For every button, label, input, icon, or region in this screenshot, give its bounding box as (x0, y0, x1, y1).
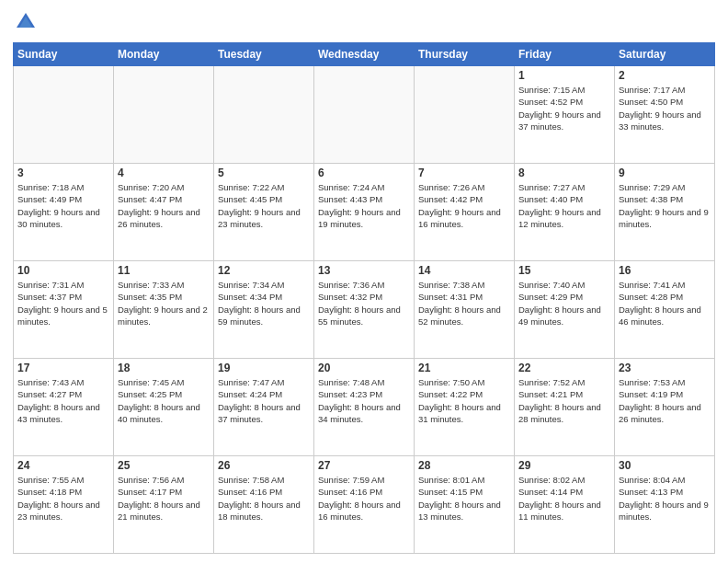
calendar-cell: 30Sunrise: 8:04 AM Sunset: 4:13 PM Dayli… (615, 456, 715, 554)
day-number: 29 (518, 459, 610, 472)
day-info: Sunrise: 8:01 AM Sunset: 4:15 PM Dayligh… (418, 474, 510, 523)
calendar-cell (114, 66, 214, 164)
day-number: 23 (619, 362, 711, 374)
day-info: Sunrise: 7:27 AM Sunset: 4:40 PM Dayligh… (518, 181, 610, 230)
calendar-cell: 16Sunrise: 7:41 AM Sunset: 4:28 PM Dayli… (615, 261, 715, 359)
day-info: Sunrise: 7:41 AM Sunset: 4:28 PM Dayligh… (619, 279, 711, 327)
day-number: 7 (418, 167, 510, 179)
calendar-cell: 12Sunrise: 7:34 AM Sunset: 4:34 PM Dayli… (214, 261, 314, 359)
day-number: 22 (518, 362, 610, 374)
day-number: 10 (17, 264, 109, 277)
day-info: Sunrise: 8:02 AM Sunset: 4:14 PM Dayligh… (518, 474, 610, 523)
logo (13, 9, 42, 35)
calendar-cell: 8Sunrise: 7:27 AM Sunset: 4:40 PM Daylig… (515, 164, 615, 261)
calendar-cell: 21Sunrise: 7:50 AM Sunset: 4:22 PM Dayli… (415, 359, 515, 456)
calendar-cell: 18Sunrise: 7:45 AM Sunset: 4:25 PM Dayli… (114, 359, 214, 456)
day-number: 19 (218, 362, 310, 374)
day-info: Sunrise: 7:58 AM Sunset: 4:16 PM Dayligh… (218, 474, 310, 523)
day-number: 5 (218, 167, 310, 179)
calendar-cell: 27Sunrise: 7:59 AM Sunset: 4:16 PM Dayli… (314, 456, 415, 554)
column-header-sunday: Sunday (14, 43, 114, 66)
column-header-saturday: Saturday (615, 43, 715, 66)
calendar-table: SundayMondayTuesdayWednesdayThursdayFrid… (13, 42, 715, 554)
calendar-cell (214, 66, 314, 164)
calendar-cell: 28Sunrise: 8:01 AM Sunset: 4:15 PM Dayli… (415, 456, 515, 554)
day-info: Sunrise: 7:40 AM Sunset: 4:29 PM Dayligh… (518, 279, 610, 327)
day-number: 27 (318, 459, 410, 472)
day-number: 25 (118, 459, 210, 472)
calendar-cell: 22Sunrise: 7:52 AM Sunset: 4:21 PM Dayli… (515, 359, 615, 456)
day-number: 17 (17, 362, 109, 374)
day-info: Sunrise: 7:53 AM Sunset: 4:19 PM Dayligh… (619, 376, 711, 425)
calendar-cell: 24Sunrise: 7:55 AM Sunset: 4:18 PM Dayli… (14, 456, 114, 554)
calendar-cell: 7Sunrise: 7:26 AM Sunset: 4:42 PM Daylig… (415, 164, 515, 261)
day-info: Sunrise: 7:22 AM Sunset: 4:45 PM Dayligh… (218, 181, 310, 230)
day-info: Sunrise: 7:20 AM Sunset: 4:47 PM Dayligh… (118, 181, 210, 230)
day-number: 21 (418, 362, 510, 374)
day-number: 14 (418, 264, 510, 277)
day-info: Sunrise: 7:24 AM Sunset: 4:43 PM Dayligh… (318, 181, 410, 230)
day-info: Sunrise: 7:55 AM Sunset: 4:18 PM Dayligh… (17, 474, 109, 523)
calendar-cell: 26Sunrise: 7:58 AM Sunset: 4:16 PM Dayli… (214, 456, 314, 554)
column-header-wednesday: Wednesday (314, 43, 415, 66)
day-info: Sunrise: 7:48 AM Sunset: 4:23 PM Dayligh… (318, 376, 410, 425)
day-info: Sunrise: 7:36 AM Sunset: 4:32 PM Dayligh… (318, 279, 410, 327)
day-info: Sunrise: 7:47 AM Sunset: 4:24 PM Dayligh… (218, 376, 310, 425)
calendar-cell: 17Sunrise: 7:43 AM Sunset: 4:27 PM Dayli… (14, 359, 114, 456)
day-number: 15 (518, 264, 610, 277)
day-info: Sunrise: 7:29 AM Sunset: 4:38 PM Dayligh… (619, 181, 711, 230)
calendar-cell: 29Sunrise: 8:02 AM Sunset: 4:14 PM Dayli… (515, 456, 615, 554)
day-number: 26 (218, 459, 310, 472)
day-number: 1 (518, 69, 610, 82)
calendar-cell: 4Sunrise: 7:20 AM Sunset: 4:47 PM Daylig… (114, 164, 214, 261)
calendar-cell: 13Sunrise: 7:36 AM Sunset: 4:32 PM Dayli… (314, 261, 415, 359)
calendar-cell: 10Sunrise: 7:31 AM Sunset: 4:37 PM Dayli… (14, 261, 114, 359)
day-number: 20 (318, 362, 410, 374)
calendar-cell (415, 66, 515, 164)
header (13, 9, 715, 35)
calendar-cell: 5Sunrise: 7:22 AM Sunset: 4:45 PM Daylig… (214, 164, 314, 261)
day-number: 8 (518, 167, 610, 179)
calendar-cell: 15Sunrise: 7:40 AM Sunset: 4:29 PM Dayli… (515, 261, 615, 359)
day-info: Sunrise: 7:50 AM Sunset: 4:22 PM Dayligh… (418, 376, 510, 425)
column-header-thursday: Thursday (415, 43, 515, 66)
day-info: Sunrise: 7:43 AM Sunset: 4:27 PM Dayligh… (17, 376, 109, 425)
calendar-cell: 9Sunrise: 7:29 AM Sunset: 4:38 PM Daylig… (615, 164, 715, 261)
day-info: Sunrise: 7:26 AM Sunset: 4:42 PM Dayligh… (418, 181, 510, 230)
day-number: 3 (17, 167, 109, 179)
calendar-cell (314, 66, 415, 164)
day-number: 30 (619, 459, 711, 472)
day-number: 28 (418, 459, 510, 472)
day-info: Sunrise: 7:59 AM Sunset: 4:16 PM Dayligh… (318, 474, 410, 523)
day-number: 13 (318, 264, 410, 277)
calendar-cell: 19Sunrise: 7:47 AM Sunset: 4:24 PM Dayli… (214, 359, 314, 456)
calendar-cell: 14Sunrise: 7:38 AM Sunset: 4:31 PM Dayli… (415, 261, 515, 359)
calendar-cell: 11Sunrise: 7:33 AM Sunset: 4:35 PM Dayli… (114, 261, 214, 359)
column-header-monday: Monday (114, 43, 214, 66)
calendar-cell: 3Sunrise: 7:18 AM Sunset: 4:49 PM Daylig… (14, 164, 114, 261)
column-header-tuesday: Tuesday (214, 43, 314, 66)
day-info: Sunrise: 7:33 AM Sunset: 4:35 PM Dayligh… (118, 279, 210, 327)
day-info: Sunrise: 7:34 AM Sunset: 4:34 PM Dayligh… (218, 279, 310, 327)
day-number: 11 (118, 264, 210, 277)
calendar-cell: 1Sunrise: 7:15 AM Sunset: 4:52 PM Daylig… (515, 66, 615, 164)
day-number: 6 (318, 167, 410, 179)
day-info: Sunrise: 7:31 AM Sunset: 4:37 PM Dayligh… (17, 279, 109, 327)
day-info: Sunrise: 7:52 AM Sunset: 4:21 PM Dayligh… (518, 376, 610, 425)
calendar-cell: 20Sunrise: 7:48 AM Sunset: 4:23 PM Dayli… (314, 359, 415, 456)
day-number: 18 (118, 362, 210, 374)
day-number: 16 (619, 264, 711, 277)
logo-icon (13, 9, 39, 35)
day-number: 24 (17, 459, 109, 472)
day-info: Sunrise: 7:38 AM Sunset: 4:31 PM Dayligh… (418, 279, 510, 327)
day-number: 4 (118, 167, 210, 179)
calendar-cell (14, 66, 114, 164)
day-info: Sunrise: 8:04 AM Sunset: 4:13 PM Dayligh… (619, 474, 711, 523)
calendar-cell: 23Sunrise: 7:53 AM Sunset: 4:19 PM Dayli… (615, 359, 715, 456)
day-number: 12 (218, 264, 310, 277)
day-info: Sunrise: 7:45 AM Sunset: 4:25 PM Dayligh… (118, 376, 210, 425)
day-info: Sunrise: 7:17 AM Sunset: 4:50 PM Dayligh… (619, 84, 711, 132)
calendar-cell: 2Sunrise: 7:17 AM Sunset: 4:50 PM Daylig… (615, 66, 715, 164)
calendar-cell: 6Sunrise: 7:24 AM Sunset: 4:43 PM Daylig… (314, 164, 415, 261)
day-info: Sunrise: 7:56 AM Sunset: 4:17 PM Dayligh… (118, 474, 210, 523)
